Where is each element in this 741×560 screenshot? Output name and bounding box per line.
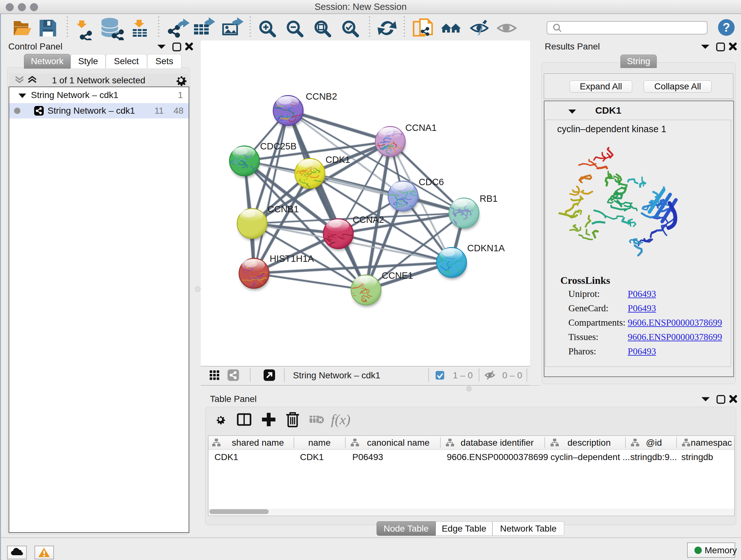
svg-text:name: name	[308, 438, 331, 448]
svg-text:f(x): f(x)	[331, 412, 350, 428]
svg-text:String Network – cdk1: String Network – cdk1	[293, 370, 381, 380]
svg-text:CCNB2: CCNB2	[306, 91, 337, 102]
svg-text:CDC25B: CDC25B	[260, 141, 296, 151]
svg-text:CCNA1: CCNA1	[405, 123, 436, 133]
svg-text:canonical name: canonical name	[367, 438, 429, 448]
svg-text:CDC6: CDC6	[419, 177, 444, 187]
svg-text:RB1: RB1	[480, 193, 497, 204]
svg-text:namespac: namespac	[690, 438, 732, 448]
svg-text:database identifier: database identifier	[461, 438, 534, 448]
svg-text:CCNA2: CCNA2	[353, 214, 384, 225]
svg-text:@id: @id	[646, 438, 662, 448]
svg-text:CDKN1A: CDKN1A	[467, 243, 505, 253]
svg-text:shared name: shared name	[232, 438, 284, 448]
svg-text:description: description	[567, 438, 610, 448]
svg-text:CCNB1: CCNB1	[267, 204, 299, 214]
svg-text:0 – 0: 0 – 0	[502, 370, 522, 380]
svg-text:HIST1H1A: HIST1H1A	[270, 253, 314, 264]
svg-text:1 – 0: 1 – 0	[453, 370, 473, 380]
svg-text:CDK1: CDK1	[326, 154, 350, 165]
svg-text:?: ?	[723, 21, 730, 34]
svg-text:CCNE1: CCNE1	[382, 270, 413, 281]
